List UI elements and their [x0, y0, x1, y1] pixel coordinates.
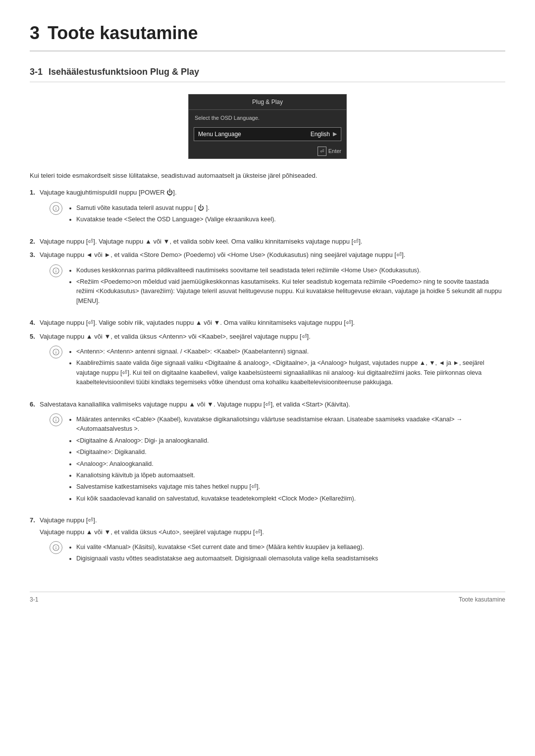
step-2-text: Vajutage nuppu [⏎]. Vajutage nuppu ▲ või… — [40, 238, 362, 245]
step-1: 1. Vajutage kaugjuhtimispuldil nuppu [PO… — [30, 188, 505, 232]
osd-menu-row: Menu Language English ▶ — [194, 127, 341, 141]
step-6: 6. Salvestatava kanaliallika valimiseks … — [30, 400, 505, 512]
osd-dialog-subtitle: Select the OSD Language. — [189, 110, 346, 124]
step-3-content: Vajutage nuppu ◄ või ►, et valida <Store… — [40, 250, 505, 314]
footer-chapter-name: Toote kasutamine — [459, 595, 505, 604]
osd-menu-value: English ▶ — [311, 130, 337, 139]
step-6-bullet-7: Kui kõik saadaolevad kanalid on salvesta… — [76, 494, 505, 504]
chapter-number: 3 — [30, 23, 40, 43]
step-1-bullets: Samuti võite kasutada teleril asuvat nup… — [67, 203, 276, 227]
step-6-bullet-1: Määrates antenniks <Cable> (Kaabel), kuv… — [76, 415, 505, 434]
step-3-bullet-1: Koduses keskkonnas parima pildikvaliteed… — [76, 266, 505, 275]
step-6-bullets: Määrates antenniks <Cable> (Kaabel), kuv… — [67, 415, 505, 505]
intro-text: Kui teleri toide esmakordselt sisse lüli… — [30, 171, 505, 181]
step-7-subtext: Vajutage nuppu ▲ või ▼, et valida üksus … — [40, 527, 378, 537]
note-icon-3 — [50, 264, 62, 277]
osd-arrow-right: ▶ — [333, 130, 337, 138]
step-6-bullet-3: <Digitaalne>: Digikanalid. — [76, 448, 505, 457]
note-icon-7 — [50, 541, 62, 554]
osd-dialog: Plug & Play Select the OSD Language. Men… — [188, 94, 347, 159]
step-5-bullets: <Antenn>: <Antenn> antenni signaal. / <K… — [67, 347, 505, 390]
footer-page-number: 3-1 — [30, 595, 38, 604]
step-6-number: 6. — [30, 400, 37, 512]
step-5-content: Vajutage nuppu ▲ või ▼, et valida üksus … — [40, 332, 505, 396]
step-3-number: 3. — [30, 250, 37, 314]
step-3-note: Koduses keskkonnas parima pildikvaliteed… — [50, 264, 505, 310]
osd-menu-value-text: English — [311, 130, 330, 139]
step-3-text: Vajutage nuppu ◄ või ►, et valida <Store… — [40, 251, 405, 258]
step-6-bullet-4: <Analoog>: Analoogkanalid. — [76, 459, 505, 469]
steps-container: 1. Vajutage kaugjuhtimispuldil nuppu [PO… — [30, 188, 505, 572]
note-icon-6 — [50, 413, 62, 426]
step-2-content: Vajutage nuppu [⏎]. Vajutage nuppu ▲ või… — [40, 237, 362, 247]
step-7-bullet-2: Digisignaali vastu võttes seadistatakse … — [76, 554, 378, 563]
osd-enter-icon: ⏎ — [318, 147, 326, 156]
section-title-text: Isehäälestusfunktsioon Plug & Play — [49, 67, 199, 77]
osd-menu-label: Menu Language — [198, 130, 241, 139]
step-6-text: Salvestatava kanaliallika valimiseks vaj… — [40, 401, 350, 408]
step-5-bullet-2: Kaablirežiimis saate valida õige signaal… — [76, 358, 505, 387]
step-6-bullet-2: <Digitaalne & Analoog>: Digi- ja analoog… — [76, 436, 505, 446]
step-7-text: Vajutage nuppu [⏎]. — [40, 515, 378, 525]
step-4: 4. Vajutage nuppu [⏎]. Valige sobiv riik… — [30, 318, 505, 328]
step-7-bullets: Kui valite <Manual> (Käsitsi), kuvatakse… — [67, 543, 378, 566]
step-5: 5. Vajutage nuppu ▲ või ▼, et valida üks… — [30, 332, 505, 396]
step-7-bullet-1: Kui valite <Manual> (Käsitsi), kuvatakse… — [76, 543, 378, 552]
step-7-note: Kui valite <Manual> (Käsitsi), kuvatakse… — [50, 541, 378, 568]
step-1-text: Vajutage kaugjuhtimispuldil nuppu [POWER… — [40, 189, 177, 196]
step-5-number: 5. — [30, 332, 37, 396]
step-6-bullet-6: Salvestamise katkestamiseks vajutage mis… — [76, 482, 505, 492]
step-6-content: Salvestatava kanaliallika valimiseks vaj… — [40, 400, 505, 512]
step-7: 7. Vajutage nuppu [⏎]. Vajutage nuppu ▲ … — [30, 515, 505, 572]
step-4-number: 4. — [30, 318, 37, 328]
osd-dialog-wrapper: Plug & Play Select the OSD Language. Men… — [30, 94, 505, 159]
step-2-number: 2. — [30, 237, 37, 247]
step-1-content: Vajutage kaugjuhtimispuldil nuppu [POWER… — [40, 188, 276, 232]
step-5-text: Vajutage nuppu ▲ või ▼, et valida üksus … — [40, 333, 311, 340]
step-1-bullet-1: Samuti võite kasutada teleril asuvat nup… — [76, 203, 276, 213]
osd-footer-label: Enter — [328, 147, 341, 155]
step-2: 2. Vajutage nuppu [⏎]. Vajutage nuppu ▲ … — [30, 237, 505, 247]
step-4-content: Vajutage nuppu [⏎]. Valige sobiv riik, v… — [40, 318, 355, 328]
step-5-note: <Antenn>: <Antenn> antenni signaal. / <K… — [50, 345, 505, 392]
osd-footer: ⏎ Enter — [189, 144, 346, 158]
step-3: 3. Vajutage nuppu ◄ või ►, et valida <St… — [30, 250, 505, 314]
page-footer: 3-1 Toote kasutamine — [30, 592, 505, 604]
step-3-bullets: Koduses keskkonnas parima pildikvaliteed… — [67, 266, 505, 308]
step-4-text: Vajutage nuppu [⏎]. Valige sobiv riik, v… — [40, 319, 355, 326]
note-icon-5 — [50, 346, 62, 358]
step-1-note: Samuti võite kasutada teleril asuvat nup… — [50, 202, 276, 229]
section-title: 3-1Isehäälestusfunktsioon Plug & Play — [30, 65, 505, 82]
chapter-title: 3Toote kasutamine — [30, 20, 505, 51]
step-3-bullet-2: <Režiim <Poedemo>on mõeldud vaid jaemüüg… — [76, 277, 505, 306]
step-7-content: Vajutage nuppu [⏎]. Vajutage nuppu ▲ või… — [40, 515, 378, 572]
step-1-number: 1. — [30, 188, 37, 232]
step-1-bullet-2: Kuvatakse teade <Select the OSD Language… — [76, 215, 276, 224]
osd-dialog-title: Plug & Play — [189, 95, 346, 110]
step-6-note: Määrates antenniks <Cable> (Kaabel), kuv… — [50, 413, 505, 507]
step-5-bullet-1: <Antenn>: <Antenn> antenni signaal. / <K… — [76, 347, 505, 356]
step-6-bullet-5: Kanaliotsing käivitub ja lõpeb automaats… — [76, 471, 505, 480]
chapter-title-text: Toote kasutamine — [48, 23, 198, 43]
note-icon-1 — [50, 202, 62, 215]
step-7-number: 7. — [30, 515, 37, 572]
section-number: 3-1 — [30, 67, 43, 77]
